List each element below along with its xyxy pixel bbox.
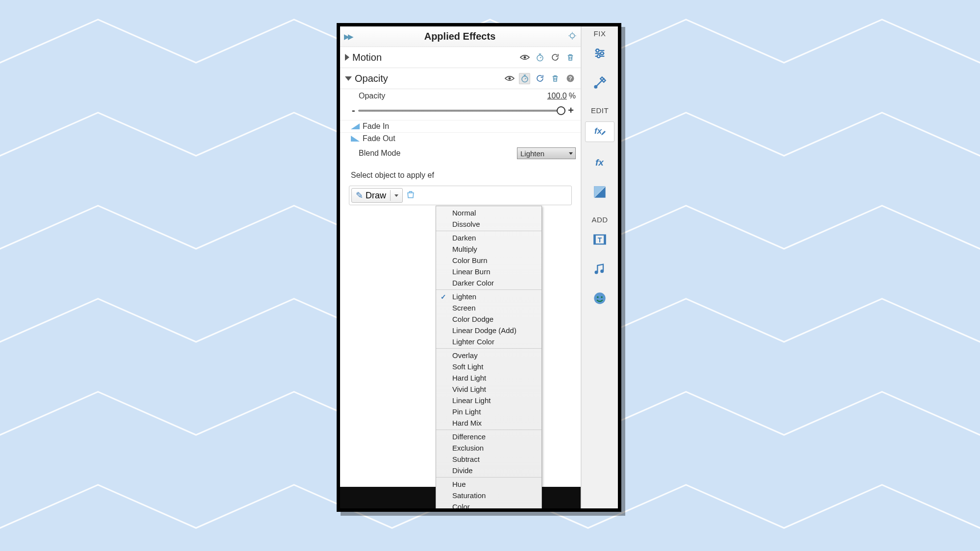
- blend-option[interactable]: Lighter Color: [436, 336, 541, 347]
- blend-option[interactable]: Hard Mix: [436, 417, 541, 429]
- blend-option[interactable]: Subtract: [436, 454, 541, 465]
- svg-point-24: [601, 296, 603, 298]
- blend-option-label: Hard Light: [452, 374, 486, 382]
- blend-option[interactable]: Vivid Light: [436, 383, 541, 395]
- svg-rect-17: [594, 235, 596, 244]
- blend-mode-select[interactable]: Lighten: [517, 147, 576, 159]
- blend-option[interactable]: Exclusion: [436, 442, 541, 454]
- svg-point-11: [597, 55, 600, 58]
- check-icon: ✓: [441, 293, 446, 301]
- opacity-slider[interactable]: [358, 110, 565, 112]
- blend-option-label: Subtract: [452, 455, 480, 463]
- svg-point-10: [601, 52, 604, 55]
- blend-option[interactable]: Dissolve: [436, 218, 541, 230]
- blend-option[interactable]: Hue: [436, 479, 541, 490]
- svg-point-2: [570, 33, 575, 38]
- draw-button[interactable]: ✎ Draw: [351, 188, 403, 203]
- trash-icon[interactable]: [549, 73, 561, 84]
- graphics-icon[interactable]: [591, 289, 609, 307]
- blend-option[interactable]: ✓Lighten: [436, 291, 541, 302]
- titles-icon[interactable]: T: [591, 231, 609, 248]
- blend-option-label: Vivid Light: [452, 385, 486, 393]
- opacity-slider-row: - +: [340, 103, 581, 120]
- blend-option-label: Multiply: [452, 245, 477, 253]
- effects-icon[interactable]: fx: [591, 154, 609, 171]
- trash-icon[interactable]: [564, 52, 576, 63]
- effect-section-opacity[interactable]: Opacity ?: [340, 68, 581, 89]
- reset-icon[interactable]: [534, 73, 545, 84]
- svg-point-23: [597, 296, 599, 298]
- motion-title: Motion: [352, 52, 519, 63]
- adjust-icon[interactable]: [591, 45, 609, 62]
- blend-option-label: Darken: [452, 234, 476, 242]
- opacity-value[interactable]: 100.0: [547, 92, 567, 100]
- effect-section-motion[interactable]: Motion: [340, 47, 581, 68]
- sidebar-fix-label: FIX: [594, 29, 606, 38]
- blend-option-label: Color Dodge: [452, 315, 493, 323]
- stopwatch-icon[interactable]: [519, 73, 530, 84]
- blend-option-label: Overlay: [452, 351, 478, 359]
- chevron-right-icon: [345, 54, 349, 61]
- blend-option[interactable]: Hard Light: [436, 372, 541, 383]
- help-icon[interactable]: ?: [564, 73, 576, 84]
- blend-option-label: Divide: [452, 466, 473, 475]
- eye-icon[interactable]: [504, 73, 515, 84]
- blend-option-label: Lighter Color: [452, 337, 494, 346]
- blend-option[interactable]: Darker Color: [436, 277, 541, 288]
- fade-out-label: Fade Out: [363, 134, 395, 143]
- blend-option[interactable]: Darken: [436, 232, 541, 243]
- blend-option[interactable]: Color Burn: [436, 255, 541, 266]
- mask-hint-text: Select object to apply ef: [340, 162, 581, 186]
- blend-mode-dropdown[interactable]: NormalDissolveDarkenMultiplyColor BurnLi…: [436, 206, 542, 508]
- blend-option[interactable]: Pin Light: [436, 406, 541, 417]
- blend-option-label: Saturation: [452, 491, 486, 500]
- svg-rect-18: [604, 235, 606, 244]
- blend-option[interactable]: Difference: [436, 431, 541, 442]
- applied-effects-icon[interactable]: fx: [585, 121, 614, 142]
- reset-icon[interactable]: [549, 52, 561, 63]
- slider-minus[interactable]: -: [352, 105, 355, 116]
- collapse-icon[interactable]: ▶▶: [344, 32, 352, 41]
- blend-option-label: Exclusion: [452, 444, 484, 452]
- blend-option[interactable]: Overlay: [436, 350, 541, 361]
- transitions-icon[interactable]: [591, 183, 609, 201]
- music-icon[interactable]: [591, 260, 609, 278]
- chevron-down-icon: [394, 194, 398, 197]
- blend-option[interactable]: Soft Light: [436, 361, 541, 372]
- opacity-unit: %: [569, 92, 576, 100]
- blend-option[interactable]: Screen: [436, 302, 541, 313]
- blend-option[interactable]: Linear Dodge (Add): [436, 325, 541, 336]
- blend-option[interactable]: Color: [436, 501, 541, 508]
- panel-window: ▶▶ Applied Effects Motion: [337, 23, 621, 512]
- blend-option-label: Dissolve: [452, 220, 480, 228]
- tools-icon[interactable]: [591, 74, 609, 92]
- slider-plus[interactable]: +: [568, 105, 574, 116]
- blend-option-label: Hard Mix: [452, 419, 482, 427]
- panel-title: Applied Effects: [352, 31, 568, 42]
- blend-option[interactable]: Linear Burn: [436, 266, 541, 277]
- svg-point-3: [523, 56, 526, 59]
- pen-icon: ✎: [356, 190, 363, 201]
- snap-icon[interactable]: [568, 31, 577, 42]
- slider-thumb[interactable]: [557, 106, 565, 115]
- eye-icon[interactable]: [519, 52, 530, 63]
- blend-option[interactable]: Normal: [436, 207, 541, 218]
- right-sidebar: FIX EDIT fx fx ADD T: [581, 26, 618, 508]
- blend-option-label: Color Burn: [452, 256, 488, 264]
- fade-out-row[interactable]: Fade Out: [340, 132, 581, 144]
- fade-in-row[interactable]: Fade In: [340, 120, 581, 132]
- blend-option-label: Pin Light: [452, 407, 481, 416]
- blend-option[interactable]: Color Dodge: [436, 313, 541, 325]
- stopwatch-icon[interactable]: [534, 52, 545, 63]
- svg-point-22: [594, 292, 605, 304]
- blend-option[interactable]: Divide: [436, 465, 541, 476]
- svg-text:?: ?: [568, 75, 572, 81]
- blend-option[interactable]: Multiply: [436, 243, 541, 255]
- fade-in-icon: [351, 123, 360, 129]
- opacity-title: Opacity: [355, 73, 504, 84]
- blend-option[interactable]: Linear Light: [436, 395, 541, 406]
- preset-icon[interactable]: [406, 190, 416, 202]
- blend-option[interactable]: Saturation: [436, 490, 541, 501]
- blend-mode-row: Blend Mode Lighten: [340, 144, 581, 162]
- opacity-prop-label: Opacity: [359, 92, 547, 100]
